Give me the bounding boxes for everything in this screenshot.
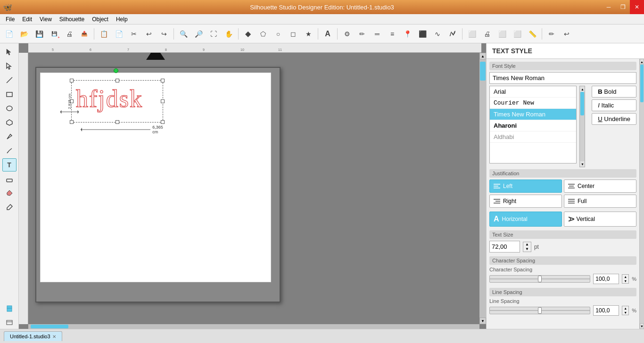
char-spacing-slider[interactable] [489,275,590,283]
panel-scroll-down-btn[interactable]: ▼ [640,323,644,329]
char-spacing-spinner[interactable]: ▲ ▼ [622,274,629,284]
star-button[interactable]: ★ [301,27,315,41]
save-as-button[interactable]: 💾+ [47,27,61,41]
canvas-content[interactable]: hfjdsk 2,815 cm 6,365 cm [28,53,481,324]
fill-tool[interactable] [2,187,17,200]
font-scroll-up[interactable]: ▲ [580,86,585,92]
font-item-courier[interactable]: Courier New [490,98,576,109]
line-tool[interactable] [2,74,17,87]
scroll-thumb[interactable] [480,62,486,81]
font-scroll-down[interactable]: ▼ [580,161,585,167]
line-spacing-inc[interactable]: ▲ [622,306,628,310]
font-list[interactable]: Arial Courier New Times New Roman Aharon… [489,86,577,163]
pan-button[interactable]: ✋ [222,27,236,41]
rect-tool[interactable] [2,88,17,101]
italic-button[interactable]: I Italic [592,99,636,111]
char-spacing-value[interactable] [593,274,619,284]
weld-button[interactable]: ∿ [430,27,445,41]
handle-bm[interactable] [116,120,119,124]
offset-button[interactable]: ⬛ [415,27,429,41]
text-btn2[interactable]: A [321,27,335,41]
node-button[interactable]: 📍 [400,27,414,41]
handle-tm[interactable] [116,79,119,82]
panel-scroll-track-inner[interactable] [640,65,644,323]
text-size-spinner[interactable]: ▲ ▼ [523,242,531,252]
font-scroll-track[interactable] [580,92,585,161]
panel-scrollbar[interactable]: ▲ ▼ [639,59,644,329]
menu-silhouette[interactable]: Silhouette [56,15,88,24]
panel-scroll-up-btn[interactable]: ▲ [640,59,644,65]
rect-button[interactable]: ◻ [286,27,300,41]
scroll-track[interactable] [479,59,486,318]
canvas-hscroll[interactable] [28,324,479,329]
save-button[interactable]: 💾 [32,27,46,41]
menu-edit[interactable]: Edit [18,15,36,24]
send2-button[interactable]: ✏ [545,27,559,41]
text-content[interactable]: hfjdsk [76,85,143,113]
media-button[interactable]: ⬜ [495,27,509,41]
justify-center-button[interactable]: Center [564,180,636,193]
justify-left-button[interactable]: Left [489,180,562,193]
select-tool[interactable] [2,45,17,58]
page-tab[interactable]: Untitled-1.studio3 ✕ [4,331,62,341]
text-element[interactable]: hfjdsk 2,815 cm 6,365 cm [71,80,163,137]
fill-button[interactable]: ⚙ [340,27,354,41]
knife-button[interactable]: 🗲 [446,27,460,41]
font-item-arial[interactable]: Arial [490,86,576,98]
eraser-tool[interactable] [2,172,17,186]
menu-help[interactable]: Help [112,15,132,24]
white-page[interactable]: hfjdsk 2,815 cm 6,365 cm [40,73,271,282]
line-spacing-spinner[interactable]: ▲ ▼ [622,306,629,315]
line-spacing-value[interactable] [593,305,619,316]
justify-full-button[interactable]: Full [564,195,636,208]
canvas-area[interactable]: 5 6 7 8 9 10 11 [19,43,486,329]
scroll-up-button[interactable]: ▲ [479,53,486,59]
eyedrop-tool[interactable] [2,201,17,214]
font-scroll-thumb[interactable] [580,92,584,115]
zoom-fit-button[interactable]: ⛶ [206,27,221,41]
font-name-input[interactable] [489,72,636,84]
handle-tr[interactable] [161,79,165,82]
print2-button[interactable]: 🖨 [480,27,494,41]
library-button[interactable]: ↩ [560,27,574,41]
polygon-tool[interactable] [2,116,17,129]
polygon-button[interactable]: ⬠ [256,27,270,41]
minimize-button[interactable]: ─ [602,0,616,14]
tab-close-button[interactable]: ✕ [52,334,56,339]
copy-button[interactable]: 📋 [97,27,111,41]
direction-vertical-button[interactable]: A Vertical [564,212,636,227]
font-item-aharoni[interactable]: Aharoni [490,120,576,131]
rotation-handle[interactable] [114,68,118,73]
send-button[interactable]: 📤 [77,27,91,41]
mat-button[interactable]: ⬜ [465,27,479,41]
transform-tool[interactable] [2,302,17,315]
panel-scroll-thumb-inner[interactable] [640,65,644,102]
ellipse-tool[interactable] [2,102,17,115]
restore-button[interactable]: ❒ [616,0,630,14]
hscroll-thumb[interactable] [31,325,68,328]
stroke-button[interactable]: ✏ [355,27,369,41]
handle-br[interactable] [161,120,165,124]
underline-button[interactable]: U Underline [592,113,636,125]
menu-view[interactable]: View [36,15,56,24]
cut-button[interactable]: ✂ [127,27,141,41]
redo-button[interactable]: ↪ [157,27,171,41]
handle-bl[interactable] [70,120,74,124]
regmarks-button[interactable]: ⬜ [510,27,524,41]
handle-tl[interactable] [70,79,74,82]
size-decrement-button[interactable]: ▼ [523,247,531,252]
bold-button[interactable]: B Bold [592,86,636,98]
canvas-vscroll[interactable]: ▲ ▼ [479,53,486,324]
text-tool[interactable]: T [2,158,17,172]
pencil-tool[interactable] [2,144,17,157]
undo-button[interactable]: ↩ [142,27,156,41]
paste-button[interactable]: 📄 [112,27,126,41]
zoom-in-button[interactable]: 🔍 [176,27,190,41]
grid-button[interactable]: 📏 [525,27,539,41]
char-spacing-inc[interactable]: ▲ [622,275,628,279]
arrange-button[interactable]: ≡ [385,27,399,41]
zoom-out-button[interactable]: 🔎 [191,27,206,41]
circle-button[interactable]: ○ [271,27,285,41]
close-button[interactable]: ✕ [630,0,644,14]
font-item-times[interactable]: Times New Roman [490,109,576,120]
